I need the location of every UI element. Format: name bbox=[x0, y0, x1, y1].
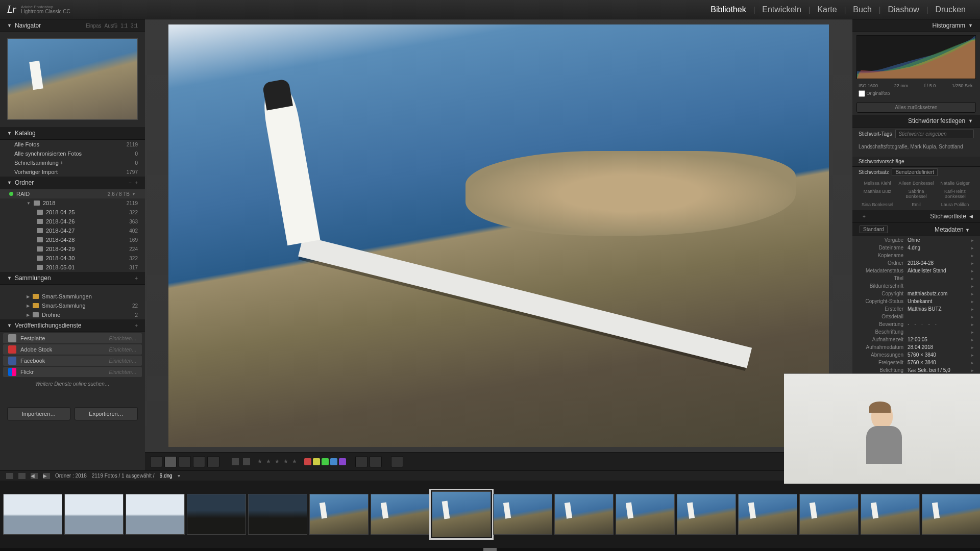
metadata-row[interactable]: Aufnahmedatum28.04.2018▸ bbox=[852, 343, 980, 351]
catalog-item[interactable]: Alle Fotos2119 bbox=[0, 140, 145, 149]
star-rating[interactable]: ★ ★ ★ ★ ★ bbox=[257, 458, 298, 465]
keyword-set-select[interactable]: Benutzerdefiniert bbox=[892, 168, 938, 176]
loupe-view-icon[interactable] bbox=[164, 456, 177, 467]
loupe-view[interactable] bbox=[145, 19, 852, 452]
histogram-header[interactable]: Histogramm ▼ bbox=[852, 19, 980, 32]
module-karte[interactable]: Karte bbox=[810, 3, 844, 16]
metadata-row[interactable]: Titel▸ bbox=[852, 274, 980, 282]
keyword-input[interactable] bbox=[895, 130, 974, 138]
filmstrip-thumb[interactable] bbox=[187, 494, 246, 535]
module-bibliothek[interactable]: Bibliothek bbox=[703, 3, 753, 16]
next-icon[interactable]: ▶ bbox=[43, 473, 50, 479]
filmstrip-thumb[interactable] bbox=[861, 494, 920, 535]
suggestion-name[interactable]: Sina Bonkessel bbox=[859, 201, 896, 208]
reset-all-button[interactable]: Alles zurücksetzen bbox=[856, 102, 976, 113]
color-tag[interactable] bbox=[304, 458, 311, 465]
folder-date[interactable]: 2018-04-28169 bbox=[0, 235, 145, 244]
filmstrip-thumb[interactable] bbox=[799, 494, 859, 535]
suggestion-name[interactable]: Sabrina Bonkessel bbox=[897, 188, 935, 200]
zoom-mode[interactable]: 1:1 bbox=[120, 23, 128, 29]
scroll-handle[interactable] bbox=[483, 548, 497, 551]
collection-item[interactable]: ▶Drohne2 bbox=[0, 310, 145, 319]
metadata-row[interactable]: Dateiname4.dng▸ bbox=[852, 244, 980, 252]
metadata-row[interactable]: Aufnahmezeit12:00:05▸ bbox=[852, 336, 980, 343]
target-icon[interactable] bbox=[391, 456, 403, 467]
metadata-row[interactable]: ErstellerMatthias BUTZ▸ bbox=[852, 305, 980, 313]
metadata-row[interactable]: Copyrightmatthiasbutz.com▸ bbox=[852, 290, 980, 297]
add-keyword-icon[interactable]: + bbox=[863, 214, 866, 219]
export-button[interactable]: Exportieren… bbox=[75, 407, 138, 420]
metadata-row[interactable]: Beschriftung▸ bbox=[852, 328, 980, 336]
metadata-row[interactable]: Abmessungen5760 × 3840▸ bbox=[852, 351, 980, 359]
navigator-header[interactable]: ▼ Navigator Einpas Ausfü 1:1 3:1 bbox=[0, 19, 145, 32]
filmstrip-thumb[interactable] bbox=[922, 494, 980, 535]
filmstrip-thumb[interactable] bbox=[432, 491, 491, 537]
folder-date[interactable]: 2018-05-01317 bbox=[0, 263, 145, 272]
publish-header[interactable]: ▼ Veröffentlichungsdienste + bbox=[0, 319, 145, 332]
suggestion-name[interactable]: Karl-Heinz Bonkessel bbox=[936, 188, 974, 200]
publish-service-flickr[interactable]: FlickrEinrichten… bbox=[3, 367, 142, 377]
metadata-row[interactable]: Ordner2018-04-28▸ bbox=[852, 259, 980, 267]
publish-service-adobe-stock[interactable]: Adobe StockEinrichten… bbox=[3, 344, 142, 355]
original-checkbox[interactable]: Originalfoto bbox=[859, 90, 890, 97]
more-services-link[interactable]: Weitere Dienste online suchen… bbox=[0, 378, 145, 390]
color-tag[interactable] bbox=[330, 458, 337, 465]
flag-reject-icon[interactable] bbox=[243, 458, 250, 465]
metadata-row[interactable]: Bildunterschrift▸ bbox=[852, 282, 980, 290]
metadata-row[interactable]: VorgabeOhne▸ bbox=[852, 236, 980, 244]
suggestion-name[interactable]: Matthias Butz bbox=[859, 188, 896, 200]
suggestion-name[interactable]: Aileen Bonkessel bbox=[897, 180, 935, 187]
catalog-item[interactable]: Vorheriger Import1797 bbox=[0, 167, 145, 177]
suggestion-name[interactable]: Melissa Kiehl bbox=[859, 180, 896, 187]
keyword-tags-value[interactable]: Landschaftsfotografie, Mark Kupla, Schot… bbox=[852, 140, 980, 157]
zoom-mode[interactable]: 3:1 bbox=[131, 23, 138, 29]
filmstrip-thumb[interactable] bbox=[126, 494, 185, 535]
catalog-item[interactable]: Schnellsammlung +0 bbox=[0, 158, 145, 167]
metadata-row[interactable]: Bewertung· · · · ·▸ bbox=[852, 320, 980, 328]
rotate-cw-icon[interactable] bbox=[370, 456, 382, 467]
color-tag[interactable] bbox=[322, 458, 329, 465]
suggestion-name[interactable]: Emil bbox=[897, 201, 935, 208]
metadata-row[interactable]: Ortsdetail▸ bbox=[852, 313, 980, 320]
status-dropdown-icon[interactable]: ▾ bbox=[178, 473, 180, 479]
filmstrip-thumb[interactable] bbox=[616, 494, 675, 535]
zoom-mode[interactable]: Einpas bbox=[86, 23, 102, 29]
folder-date[interactable]: 2018-04-25322 bbox=[0, 208, 145, 217]
grid-view-icon[interactable] bbox=[150, 456, 162, 467]
collections-header[interactable]: ▼ Sammlungen + bbox=[0, 272, 145, 285]
metadata-row[interactable]: Copyright-StatusUnbekannt▸ bbox=[852, 297, 980, 305]
module-buch[interactable]: Buch bbox=[846, 3, 878, 16]
metadata-row[interactable]: Kopiename▸ bbox=[852, 252, 980, 259]
histogram[interactable] bbox=[856, 35, 976, 79]
suggestion-name[interactable]: Natalie Geiger bbox=[936, 180, 974, 187]
collection-item[interactable]: ▶Smart-Sammlung22 bbox=[0, 301, 145, 310]
filmstrip-thumb[interactable] bbox=[309, 494, 369, 535]
filmstrip-thumb[interactable] bbox=[677, 494, 736, 535]
filmstrip-scrollbar[interactable] bbox=[0, 548, 980, 551]
drive-row[interactable]: RAID 2,6 / 8 TB ▾ bbox=[0, 189, 145, 198]
module-drucken[interactable]: Drucken bbox=[928, 3, 973, 16]
suggestions-header[interactable]: Stichwortvorschläge bbox=[852, 157, 980, 167]
catalog-header[interactable]: ▼ Katalog bbox=[0, 127, 145, 140]
navigator-preview[interactable] bbox=[0, 32, 145, 127]
suggestion-name[interactable]: Laura Polillon bbox=[936, 201, 974, 208]
filmstrip-thumb[interactable] bbox=[3, 494, 62, 535]
filmstrip-thumb[interactable] bbox=[371, 494, 430, 535]
survey-view-icon[interactable] bbox=[193, 456, 205, 467]
metadata-row[interactable]: Freigestellt5760 × 3840▸ bbox=[852, 359, 980, 366]
metadata-header[interactable]: Standard Metadaten ▼ bbox=[852, 223, 980, 236]
filmstrip[interactable] bbox=[0, 481, 980, 548]
publish-service-festplatte[interactable]: FestplatteEinrichten… bbox=[3, 333, 142, 343]
flag-pick-icon[interactable] bbox=[232, 458, 239, 465]
folder-year[interactable]: ▼ 2018 2119 bbox=[0, 198, 145, 208]
folder-date[interactable]: 2018-04-27402 bbox=[0, 226, 145, 235]
status-file[interactable]: 6.dng bbox=[160, 473, 173, 479]
second-mon-icon[interactable] bbox=[18, 473, 26, 479]
add-service-icon[interactable]: + bbox=[135, 323, 138, 329]
folder-date[interactable]: 2018-04-26363 bbox=[0, 217, 145, 226]
filmstrip-thumb[interactable] bbox=[64, 494, 124, 535]
metadata-row[interactable]: MetadatenstatusAktuellster Stand▸ bbox=[852, 267, 980, 274]
folder-plus-icon[interactable]: + bbox=[135, 180, 138, 186]
filmstrip-thumb[interactable] bbox=[493, 494, 552, 535]
grid-mini-icon[interactable] bbox=[6, 473, 13, 479]
